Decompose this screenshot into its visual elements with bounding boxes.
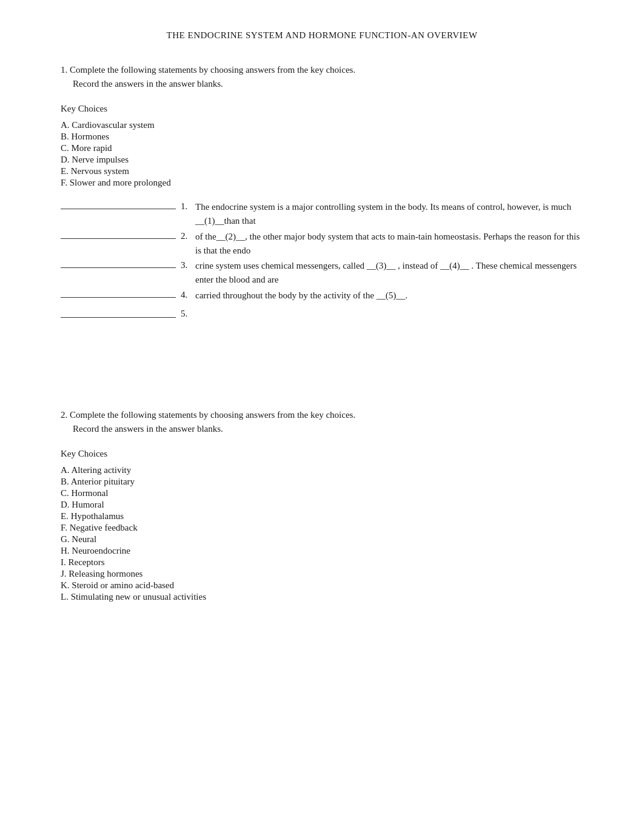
section2-instruction2: Record the answers in the answer blanks. [73, 424, 583, 434]
fill-in-number-1: 1. [181, 200, 195, 212]
page-title: THE ENDOCRINE SYSTEM AND HORMONE FUNCTIO… [61, 30, 583, 41]
section-1: 1. Complete the following statements by … [61, 65, 583, 319]
list-item: D. Nerve impulses [61, 155, 583, 165]
section1-instruction1: 1. Complete the following statements by … [61, 65, 583, 75]
list-item: A. Cardiovascular system [61, 120, 583, 130]
list-item: F. Slower and more prolonged [61, 178, 583, 188]
fill-in-row-2: 2. of the__(2)__, the other major body s… [61, 230, 583, 258]
fill-in-number-3: 3. [181, 259, 195, 270]
list-item: I. Receptors [61, 557, 583, 568]
list-item: E. Hypothalamus [61, 511, 583, 521]
answer-blank-1[interactable] [61, 209, 176, 209]
fill-in-text-2: of the__(2)__, the other major body syst… [195, 230, 583, 258]
answer-blank-2[interactable] [61, 238, 176, 239]
fill-in-text-3: crine system uses chemical messengers, c… [195, 259, 583, 287]
section1-instruction2: Record the answers in the answer blanks. [73, 79, 583, 89]
list-item: L. Stimulating new or unusual activities [61, 592, 583, 602]
list-item: E. Nervous system [61, 166, 583, 176]
fill-in-number-2: 2. [181, 230, 195, 241]
list-item: C. More rapid [61, 143, 583, 153]
list-item: A. Altering activity [61, 465, 583, 475]
section2-key-choices-label: Key Choices [61, 449, 583, 459]
list-item: B. Hormones [61, 132, 583, 142]
fill-in-text-4: carried throughout the body by the activ… [195, 289, 583, 303]
section1-choices-list: A. Cardiovascular system B. Hormones C. … [61, 120, 583, 188]
section2-instruction1: 2. Complete the following statements by … [61, 410, 583, 420]
list-item: K. Steroid or amino acid-based [61, 580, 583, 591]
section1-key-choices-label: Key Choices [61, 104, 583, 114]
spacer [61, 337, 583, 410]
fill-in-number-4: 4. [181, 289, 195, 300]
list-item: C. Hormonal [61, 488, 583, 498]
section-2: 2. Complete the following statements by … [61, 410, 583, 602]
fill-in-number-5: 5. [181, 309, 195, 319]
list-item: F. Negative feedback [61, 523, 583, 533]
answer-blank-5[interactable] [61, 317, 176, 318]
fill-in-row-5: 5. [61, 309, 583, 319]
fill-in-row-4: 4. carried throughout the body by the ac… [61, 289, 583, 303]
fill-in-row-1: 1. The endocrine system is a major contr… [61, 200, 583, 229]
answer-blank-4[interactable] [61, 297, 176, 298]
answer-blank-3[interactable] [61, 267, 176, 268]
fill-in-text-1: The endocrine system is a major controll… [195, 200, 583, 229]
section1-fill-in-block: 1. The endocrine system is a major contr… [61, 200, 583, 319]
list-item: G. Neural [61, 534, 583, 545]
list-item: J. Releasing hormones [61, 569, 583, 579]
fill-in-row-3: 3. crine system uses chemical messengers… [61, 259, 583, 287]
section2-choices-list: A. Altering activity B. Anterior pituita… [61, 465, 583, 602]
list-item: B. Anterior pituitary [61, 477, 583, 487]
list-item: H. Neuroendocrine [61, 546, 583, 556]
list-item: D. Humoral [61, 500, 583, 510]
